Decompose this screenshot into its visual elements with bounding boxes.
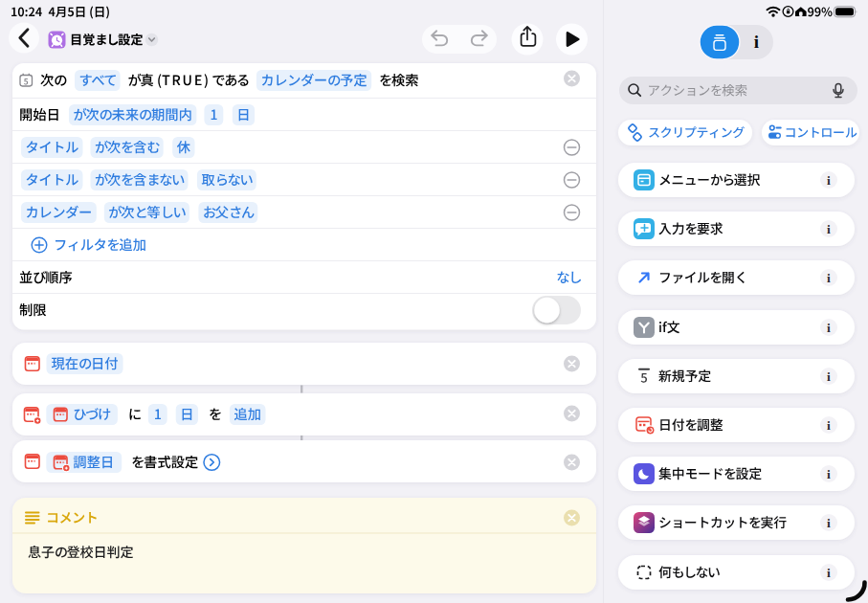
svg-text:i: i [827, 321, 831, 335]
svg-text:i: i [754, 32, 759, 52]
svg-text:i: i [827, 516, 831, 530]
svg-text:i: i [827, 271, 831, 285]
svg-text:i: i [827, 566, 831, 580]
svg-text:i: i [827, 369, 831, 384]
svg-text:i: i [827, 418, 831, 433]
svg-text:i: i [827, 173, 831, 188]
svg-text:i: i [827, 222, 831, 236]
svg-text:i: i [827, 467, 831, 481]
